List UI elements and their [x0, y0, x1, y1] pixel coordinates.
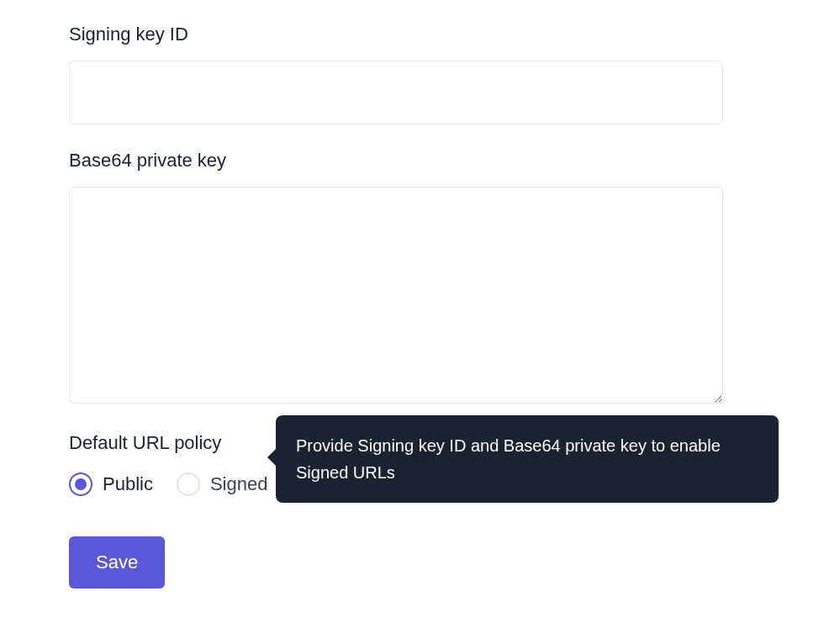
base64-private-key-group: Base64 private key	[69, 150, 755, 407]
radio-label-signed: Signed	[210, 473, 268, 495]
url-policy-label: Default URL policy	[69, 432, 221, 454]
form-container: Signing key ID Base64 private key Defaul…	[0, 0, 824, 612]
radio-option-signed[interactable]: Signed	[177, 472, 268, 496]
signing-key-id-label: Signing key ID	[69, 24, 755, 45]
radio-label-public: Public	[103, 473, 153, 495]
save-button[interactable]: Save	[69, 536, 165, 589]
tooltip-text: Provide Signing key ID and Base64 privat…	[296, 436, 721, 482]
signing-key-id-group: Signing key ID	[69, 24, 755, 124]
radio-icon-unselected	[177, 472, 200, 496]
base64-private-key-input[interactable]	[69, 187, 723, 404]
radio-icon-selected	[69, 472, 92, 496]
base64-private-key-label: Base64 private key	[69, 150, 755, 172]
radio-option-public[interactable]: Public	[69, 472, 153, 496]
tooltip-signed-urls: Provide Signing key ID and Base64 privat…	[276, 415, 779, 503]
signing-key-id-input[interactable]	[69, 61, 723, 124]
